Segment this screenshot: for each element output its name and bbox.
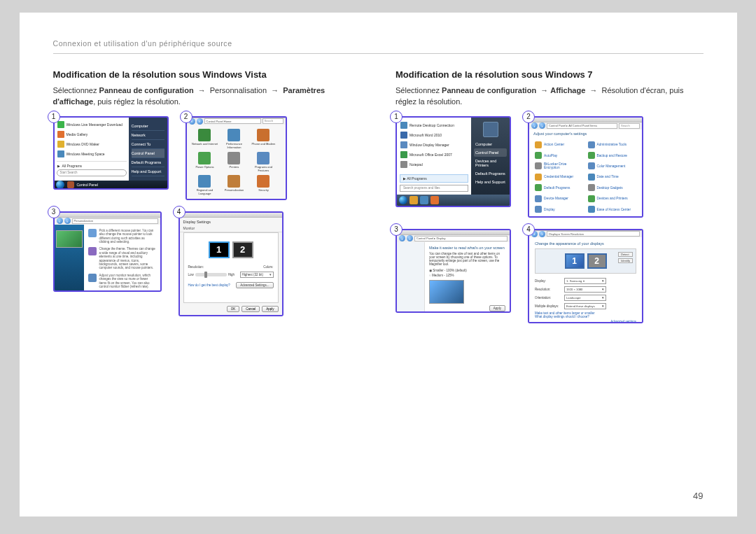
cp-item: BitLocker Drive Encryption <box>535 162 584 170</box>
cp-item: Network and Internet <box>191 129 219 149</box>
win7-step-3: 3 ‹›Control Panel ▸ Display Make it easi… <box>396 229 511 323</box>
cp-item: Display <box>535 205 584 213</box>
step-badge: 1 <box>390 111 402 123</box>
screenshot-control-panel: ‹›Control Panel ▸ All Control Panel Item… <box>528 116 643 218</box>
manual-page: Connexion et utilisation d'un périphériq… <box>20 13 737 517</box>
cp-item: Credential Manager <box>535 173 584 181</box>
search-input: Start Search <box>57 169 127 176</box>
cp-item: Personalization <box>220 175 248 195</box>
win7-title: Modification de la résolution sous Windo… <box>396 69 704 80</box>
monitor-2: 2 <box>232 241 253 258</box>
step-badge: 3 <box>390 223 402 236</box>
vista-title: Modification de la résolution sous Windo… <box>53 69 361 80</box>
start-orb-icon <box>56 181 64 189</box>
win7-instructions: Sélectionnez Panneau de configuration →A… <box>396 85 704 108</box>
step-badge: 1 <box>48 111 60 123</box>
search-input: Search programs and files <box>400 185 468 192</box>
taskbar: Control Panel <box>55 181 167 189</box>
win7-step-2: 2 ‹›Control Panel ▸ All Control Panel It… <box>528 116 643 218</box>
vista-step-3: 3 ‹›Personalization Pick a different mou… <box>53 211 162 316</box>
apply-button: Apply <box>489 305 505 311</box>
user-picture-icon <box>483 122 498 137</box>
cp-item: Device Manager <box>535 195 584 202</box>
all-programs: ▶ All Programs <box>400 174 468 183</box>
start-menu-right: Computer Network Connect To Control Pane… <box>129 118 167 181</box>
cp-items: Network and InternetPerformance Informat… <box>187 125 286 199</box>
win7-step-1: 1 Remote Desktop Connection Microsoft Wo… <box>396 116 511 218</box>
cp-item: Power Options <box>191 152 219 172</box>
taskbar-icon <box>67 181 74 188</box>
cp-item: Action Center <box>535 141 584 148</box>
screenshot-start-menu: Remote Desktop Connection Microsoft Word… <box>396 116 511 207</box>
screenshot-display-settings: Display Settings Monitor 1 2 Resolution:… <box>178 211 284 316</box>
vista-step-2: 2 ‹ › Control Panel Home Search Network … <box>186 116 287 200</box>
cp-item: Administrative Tools <box>588 141 637 148</box>
step-badge: 4 <box>173 206 186 218</box>
advanced-button: Advanced Settings... <box>236 282 273 288</box>
chapter-title: Connexion et utilisation d'un périphériq… <box>53 39 704 54</box>
cp-grid: Action CenterAdministrative ToolsAutoPla… <box>529 138 642 216</box>
arrow-icon: → <box>198 85 206 97</box>
col-vista: Modification de la résolution sous Windo… <box>53 69 361 323</box>
monitor-1: 1 <box>209 241 230 258</box>
cp-item: Performance Information <box>220 129 248 149</box>
start-orb-icon <box>399 196 407 204</box>
win7-step-4: 4 ‹›Display ▸ Screen Resolution Change t… <box>528 229 643 323</box>
cp-item: Security <box>249 175 277 195</box>
start-menu-left: Remote Desktop Connection Microsoft Word… <box>397 118 471 195</box>
cp-item: Desktop Gadgets <box>588 184 637 192</box>
cp-item: Backup and Restore <box>588 151 637 159</box>
arrow-icon: → <box>589 85 597 97</box>
cp-item: Ease of Access Center <box>588 205 637 213</box>
page-number: 49 <box>693 491 703 501</box>
win7-steps: 1 Remote Desktop Connection Microsoft Wo… <box>396 116 704 323</box>
screenshot-control-panel: ‹ › Control Panel Home Search Network an… <box>186 116 287 200</box>
step-badge: 3 <box>48 206 60 218</box>
cp-item: AutoPlay <box>535 151 584 159</box>
cp-item: Phone and Modem <box>249 129 277 149</box>
taskbar <box>397 195 510 206</box>
ok-button: OK <box>227 306 240 312</box>
cp-item: Regional and Language <box>191 175 219 195</box>
colors-combo: Highest (32 bit) <box>240 272 274 278</box>
col-win7: Modification de la résolution sous Windo… <box>396 69 704 323</box>
cp-item: Devices and Printers <box>588 195 637 202</box>
cp-item: Date and Time <box>588 173 637 181</box>
fwd-icon: › <box>197 118 203 125</box>
two-columns: Modification de la résolution sous Windo… <box>53 69 704 323</box>
apply-button: Apply <box>262 306 278 312</box>
start-menu-left: Windows Live Messenger Download Media Ga… <box>55 118 129 181</box>
monitors-preview: 1 2 DetectIdentify <box>535 248 636 274</box>
vista-step-1: 1 Windows Live Messenger Download Media … <box>53 116 169 200</box>
arrow-icon: → <box>271 85 279 97</box>
step-badge: 2 <box>180 111 192 123</box>
cp-item: Printers <box>220 152 248 172</box>
cp-item: Default Programs <box>535 184 584 192</box>
cp-item: Programs and Features <box>249 152 277 172</box>
step-badge: 4 <box>522 223 535 236</box>
arrow-icon: → <box>540 85 548 97</box>
cancel-button: Cancel <box>241 306 260 312</box>
step-badge: 2 <box>522 111 535 123</box>
resolution-slider <box>195 273 227 276</box>
vista-instructions: Sélectionnez Panneau de configuration → … <box>53 85 361 108</box>
start-menu-right: Computer Control Panel Devices and Print… <box>471 118 510 195</box>
vista-step-4: 4 Display Settings Monitor 1 2 <box>178 211 284 316</box>
cp-item: Color Management <box>588 162 637 170</box>
screenshot-display: ‹›Control Panel ▸ Display Make it easier… <box>396 229 511 313</box>
vista-steps: 1 Windows Live Messenger Download Media … <box>53 116 361 316</box>
screenshot-start-menu: Windows Live Messenger Download Media Ga… <box>53 116 169 190</box>
screenshot-personalization: ‹›Personalization Pick a different mouse… <box>53 211 162 292</box>
screenshot-screen-resolution: ‹›Display ▸ Screen Resolution Change the… <box>528 229 643 323</box>
preview-icon <box>429 280 464 304</box>
